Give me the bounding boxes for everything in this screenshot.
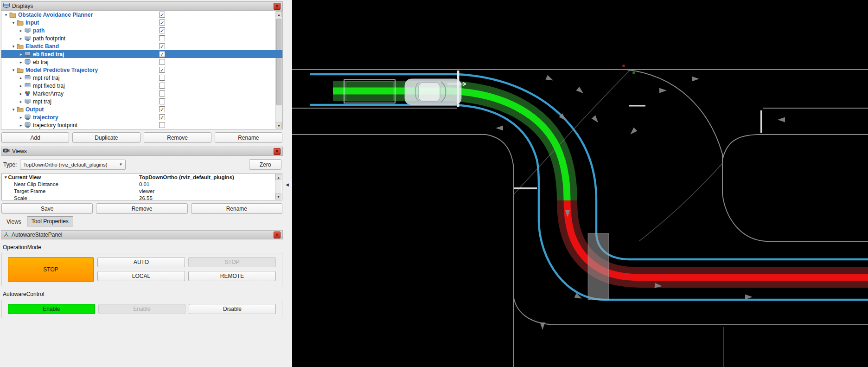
views-scrollbar[interactable]: ▲ ▼ <box>275 174 281 200</box>
property-row[interactable]: ▾Current View TopDownOrtho (rviz_default… <box>2 174 282 180</box>
property-value[interactable]: viewer <box>139 188 282 194</box>
collapse-arrow-icon[interactable]: ▾ <box>5 175 7 180</box>
display-label: MarkerArray <box>33 90 64 97</box>
display-enabled-checkbox[interactable] <box>159 122 165 128</box>
expand-arrow-icon[interactable]: ▸ <box>18 28 24 33</box>
expand-arrow-icon[interactable]: ▸ <box>18 52 24 57</box>
display-row-output[interactable]: ▾Output✓ <box>1 105 282 113</box>
collapse-arrow-icon[interactable]: ▾ <box>11 44 16 49</box>
autoware-panel-titlebar[interactable]: AutowareStatePanel ✕ <box>1 230 283 239</box>
expand-arrow-icon[interactable]: ▸ <box>18 76 24 80</box>
display-enabled-checkbox[interactable]: ✓ <box>159 114 165 120</box>
close-icon[interactable]: ✕ <box>274 232 281 238</box>
close-icon[interactable]: ✕ <box>274 148 281 155</box>
display-row-trajectory[interactable]: ▸trajectory✓ <box>1 113 282 121</box>
expand-arrow-icon[interactable]: ▸ <box>18 91 24 96</box>
displays-tree[interactable]: ▲ ▼ ▾Obstacle Avoidance Planner✓▾Input✓▸… <box>1 11 283 129</box>
display-enabled-checkbox[interactable] <box>159 98 165 104</box>
tab-tool-properties[interactable]: Tool Properties <box>27 216 73 226</box>
display-row-trajectory-footprint[interactable]: ▸trajectory footprint <box>1 121 282 129</box>
display-enabled-checkbox[interactable]: ✓ <box>159 106 165 112</box>
display-label: Elastic Band <box>26 43 59 50</box>
property-value[interactable]: 26.55 <box>139 195 282 201</box>
duplicate-button[interactable]: Duplicate <box>72 132 140 143</box>
panel-tabbar: Views Tool Properties <box>2 216 283 226</box>
ego-vehicle <box>405 79 466 105</box>
display-enabled-checkbox[interactable]: ✓ <box>159 51 165 57</box>
3d-viewport[interactable] <box>292 0 868 367</box>
display-enabled-checkbox[interactable]: ✓ <box>159 43 165 49</box>
property-row[interactable]: Target Frame viewer <box>2 187 282 194</box>
display-row-mpt-traj[interactable]: ▸mpt traj <box>1 97 282 105</box>
view-type-dropdown[interactable]: TopDownOrtho (rviz_default_plugins) ▼ <box>20 160 126 170</box>
collapse-arrow-icon[interactable]: ▾ <box>11 68 16 72</box>
rename-button[interactable]: Rename <box>215 132 282 143</box>
expand-arrow-icon[interactable]: ▸ <box>18 123 24 128</box>
property-row[interactable]: Scale 26.55 <box>2 194 282 200</box>
display-enabled-checkbox[interactable]: ✓ <box>159 27 165 33</box>
close-icon[interactable]: ✕ <box>274 3 281 10</box>
local-button[interactable]: LOCAL <box>97 271 185 281</box>
display-row-mpt-fixed-traj[interactable]: ▸mpt fixed traj <box>1 82 282 90</box>
expand-arrow-icon[interactable]: ▸ <box>18 84 24 88</box>
disable-button[interactable]: Disable <box>189 304 276 314</box>
enable-active-button[interactable]: Enable <box>8 304 95 314</box>
display-row-obstacle-avoidance-planner[interactable]: ▾Obstacle Avoidance Planner✓ <box>1 11 282 19</box>
display-row-markerarray[interactable]: ▸MarkerArray <box>1 90 282 97</box>
save-button[interactable]: Save <box>1 203 93 214</box>
property-value[interactable]: 0.01 <box>139 181 282 187</box>
remove-view-button[interactable]: Remove <box>96 203 187 214</box>
expand-arrow-icon[interactable]: ▸ <box>18 60 24 64</box>
dock-splitter[interactable]: ◀ <box>284 0 292 367</box>
views-property-grid[interactable]: ▾Current View TopDownOrtho (rviz_default… <box>1 173 282 200</box>
stop-active-button[interactable]: STOP <box>8 257 94 282</box>
zero-button[interactable]: Zero <box>249 159 281 170</box>
collapse-arrow-icon[interactable]: ▾ <box>11 20 16 25</box>
lane-direction-arrow <box>628 127 637 136</box>
property-name: Near Clip Distance <box>14 181 58 187</box>
views-icon <box>3 148 10 155</box>
rename-view-button[interactable]: Rename <box>191 203 282 214</box>
remove-button[interactable]: Remove <box>144 132 211 143</box>
display-enabled-checkbox[interactable] <box>159 90 165 97</box>
collapse-arrow-icon[interactable]: ▾ <box>3 13 9 17</box>
expand-arrow-icon[interactable]: ▸ <box>18 115 24 120</box>
display-enabled-checkbox[interactable] <box>159 83 165 89</box>
property-name: Scale <box>14 195 27 201</box>
display-row-mpt-ref-traj[interactable]: ▸mpt ref traj <box>1 74 282 82</box>
collapse-arrow-icon[interactable]: ▾ <box>11 107 16 112</box>
scroll-up-icon[interactable]: ▲ <box>275 174 281 180</box>
traffic-light-red-dot <box>622 64 625 67</box>
display-enabled-checkbox[interactable]: ✓ <box>159 12 165 18</box>
tab-views[interactable]: Views <box>2 217 26 226</box>
display-row-elastic-band[interactable]: ▾Elastic Band✓ <box>1 42 282 50</box>
property-row[interactable]: Near Clip Distance 0.01 <box>2 180 282 187</box>
autoware-icon <box>3 232 9 238</box>
display-row-path[interactable]: ▸path✓ <box>1 26 282 34</box>
display-enabled-checkbox[interactable]: ✓ <box>159 67 165 73</box>
display-row-path-footprint[interactable]: ▸path footprint <box>1 34 282 42</box>
add-button[interactable]: Add <box>1 132 69 143</box>
display-row-eb-fixed-traj[interactable]: ▸eb fixed traj✓ <box>1 50 282 58</box>
display-label: mpt ref traj <box>33 75 59 81</box>
display-enabled-checkbox[interactable] <box>159 35 165 41</box>
display-enabled-checkbox[interactable] <box>159 59 165 65</box>
lane-direction-arrow <box>576 87 585 96</box>
collapse-panel-icon[interactable]: ◀ <box>286 182 289 187</box>
display-row-eb-traj[interactable]: ▸eb traj <box>1 58 282 66</box>
display-enabled-checkbox[interactable]: ✓ <box>159 19 165 26</box>
display-row-input[interactable]: ▾Input✓ <box>1 19 282 26</box>
expand-arrow-icon[interactable]: ▸ <box>18 36 24 41</box>
display-icon <box>24 75 31 81</box>
display-enabled-checkbox[interactable] <box>159 75 165 81</box>
display-label: path footprint <box>33 35 65 42</box>
display-icon <box>24 35 31 42</box>
scroll-down-icon[interactable]: ▼ <box>275 193 281 200</box>
auto-button[interactable]: AUTO <box>97 257 185 267</box>
displays-panel-titlebar[interactable]: Displays ✕ <box>1 1 283 11</box>
remote-button[interactable]: REMOTE <box>188 271 276 281</box>
display-row-model-predictive-trajectory[interactable]: ▾Model Predictive Trajectory✓ <box>1 66 282 74</box>
views-panel-titlebar[interactable]: Views ✕ <box>1 147 283 156</box>
left-dock-area: Displays ✕ ▲ ▼ ▾Obstacle Avoidance Plann… <box>0 0 284 367</box>
expand-arrow-icon[interactable]: ▸ <box>18 99 24 104</box>
